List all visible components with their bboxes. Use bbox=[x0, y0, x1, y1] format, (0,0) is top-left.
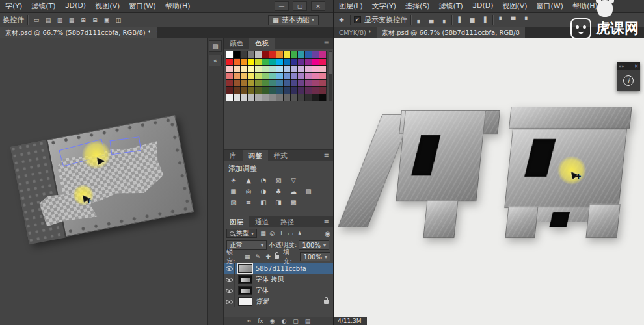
swatch[interactable] bbox=[305, 66, 312, 72]
layers-toolbar-icon[interactable]: ◐ bbox=[281, 318, 286, 324]
swatch[interactable] bbox=[312, 80, 319, 86]
swatch[interactable] bbox=[226, 58, 233, 65]
swatch[interactable] bbox=[291, 94, 297, 101]
filter-icon[interactable]: ▦ bbox=[259, 229, 267, 238]
swatch[interactable] bbox=[298, 73, 304, 79]
swatch[interactable] bbox=[312, 87, 319, 94]
swatch[interactable] bbox=[269, 58, 276, 65]
filter-icon[interactable]: ◎ bbox=[268, 229, 276, 238]
swatch[interactable] bbox=[241, 94, 247, 101]
collapse-icon[interactable]: »» bbox=[619, 64, 624, 69]
swatch[interactable] bbox=[269, 66, 276, 72]
options-icon[interactable]: ▤ bbox=[43, 15, 53, 25]
adjustment-icon[interactable]: ☁ bbox=[288, 187, 299, 196]
document-tab[interactable]: 素材.psd @ 66.7% (58b7d111ccbfa, RGB/8) * … bbox=[0, 27, 157, 38]
swatch[interactable] bbox=[291, 73, 297, 79]
visibility-toggle[interactable] bbox=[224, 263, 235, 274]
menu-item[interactable]: 3D(D) bbox=[65, 1, 87, 11]
swatch[interactable] bbox=[262, 51, 269, 58]
swatch[interactable] bbox=[291, 58, 297, 65]
swatch[interactable] bbox=[234, 94, 240, 101]
align-icon[interactable]: ▄ bbox=[426, 15, 436, 25]
swatch[interactable] bbox=[226, 80, 233, 86]
lock-icon[interactable]: ▦ bbox=[243, 253, 252, 261]
adjustment-icon[interactable]: ◔ bbox=[258, 176, 269, 185]
options-icon[interactable]: ▥ bbox=[55, 15, 65, 25]
document-tab[interactable]: CMYK/8) * bbox=[334, 27, 377, 38]
menu-item[interactable]: 帮助(H) bbox=[572, 1, 598, 11]
lock-icon[interactable]: ✚ bbox=[264, 253, 273, 261]
menu-item[interactable]: 窗口(W) bbox=[129, 1, 155, 11]
swatch[interactable] bbox=[284, 94, 290, 101]
swatch[interactable] bbox=[319, 94, 326, 101]
layer-thumbnail[interactable] bbox=[238, 264, 252, 273]
adjustment-icon[interactable]: ◧ bbox=[258, 198, 269, 207]
swatch[interactable] bbox=[234, 73, 240, 79]
swatch[interactable] bbox=[241, 66, 247, 72]
adjustment-icon[interactable]: ♣ bbox=[273, 187, 284, 196]
layers-toolbar-icon[interactable]: ∞ bbox=[247, 318, 252, 324]
menu-item[interactable]: 窗口(W) bbox=[537, 1, 563, 11]
left-canvas[interactable]: ✚ bbox=[0, 38, 207, 325]
filter-icon[interactable]: ▭ bbox=[286, 229, 295, 238]
fill-dropdown[interactable]: 100% ▾ bbox=[300, 252, 330, 261]
swatch[interactable] bbox=[269, 51, 276, 58]
filter-icon[interactable]: T bbox=[277, 229, 286, 238]
align-icon[interactable]: ▖ bbox=[414, 15, 425, 25]
swatch[interactable] bbox=[248, 66, 254, 72]
layer-thumbnail[interactable] bbox=[238, 275, 252, 284]
swatch[interactable] bbox=[284, 66, 290, 72]
swatch[interactable] bbox=[284, 51, 290, 58]
options-icon[interactable]: ▭ bbox=[31, 15, 42, 25]
opacity-dropdown[interactable]: 100% ▾ bbox=[299, 240, 329, 250]
swatch[interactable] bbox=[276, 94, 283, 101]
menu-item[interactable]: 滤镜(T) bbox=[31, 1, 55, 11]
menu-item[interactable]: 帮助(H) bbox=[165, 1, 191, 11]
swatch[interactable] bbox=[284, 58, 290, 65]
layer-thumbnail[interactable] bbox=[238, 297, 252, 306]
tab-layers[interactable]: 图层 bbox=[224, 216, 249, 228]
swatch[interactable] bbox=[319, 73, 326, 79]
move-tool-icon[interactable]: ✚ bbox=[336, 15, 347, 25]
menu-item[interactable]: 滤镜(T) bbox=[439, 1, 463, 11]
options-icon[interactable]: ▦ bbox=[66, 15, 77, 25]
swatch[interactable] bbox=[319, 66, 326, 72]
adjustment-icon[interactable]: ◑ bbox=[258, 187, 269, 196]
swatch[interactable] bbox=[319, 51, 326, 58]
swatch[interactable] bbox=[298, 51, 304, 58]
swatch[interactable] bbox=[269, 80, 276, 86]
swatch[interactable] bbox=[305, 51, 312, 58]
collapse-panel-button[interactable]: « bbox=[209, 55, 222, 66]
layer-thumbnail[interactable] bbox=[238, 286, 252, 295]
swatch[interactable] bbox=[226, 73, 233, 79]
swatch[interactable] bbox=[248, 87, 254, 94]
swatch[interactable] bbox=[262, 73, 269, 79]
panel-menu-icon[interactable]: ≡ bbox=[324, 38, 333, 49]
adjustment-icon[interactable]: ☀ bbox=[228, 176, 239, 185]
adjustment-icon[interactable]: ≡ bbox=[243, 198, 254, 207]
swatch[interactable] bbox=[255, 94, 262, 101]
swatch[interactable] bbox=[269, 87, 276, 94]
swatch[interactable] bbox=[226, 87, 233, 94]
swatch[interactable] bbox=[248, 73, 254, 79]
options-icon[interactable]: ◫ bbox=[113, 15, 124, 25]
align-icon[interactable]: ▘ bbox=[496, 15, 507, 25]
swatch[interactable] bbox=[305, 73, 312, 79]
info-icon[interactable]: i bbox=[623, 75, 634, 86]
swatch[interactable] bbox=[241, 80, 247, 86]
adjustment-icon[interactable]: ▤ bbox=[302, 187, 314, 196]
swatch[interactable] bbox=[248, 58, 254, 65]
adjustment-icon[interactable]: ▩ bbox=[288, 198, 299, 207]
swatch[interactable] bbox=[298, 58, 304, 65]
filter-icon[interactable]: ★ bbox=[295, 229, 304, 238]
swatch[interactable] bbox=[284, 73, 290, 79]
visibility-toggle[interactable] bbox=[224, 274, 235, 285]
swatch[interactable] bbox=[255, 80, 262, 86]
swatch[interactable] bbox=[298, 66, 304, 72]
layers-toolbar-icon[interactable]: ▤ bbox=[305, 318, 311, 324]
menu-item[interactable]: 选择(S) bbox=[405, 1, 430, 11]
menu-item[interactable]: 视图(V) bbox=[95, 1, 120, 11]
swatch[interactable] bbox=[241, 73, 247, 79]
swatch[interactable] bbox=[255, 87, 262, 94]
tab-channels[interactable]: 通道 bbox=[249, 216, 275, 228]
